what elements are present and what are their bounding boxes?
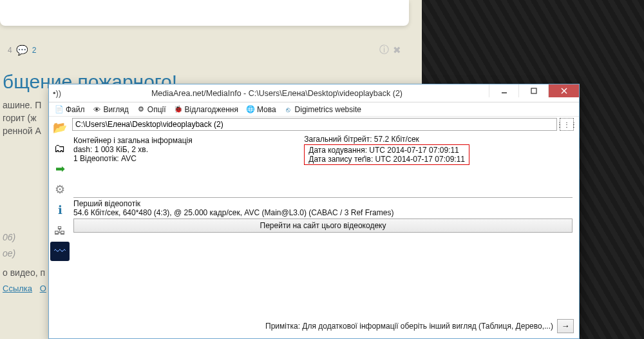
svg-rect-1 [531,88,536,93]
window-title: MediaArea.net/MediaInfo - C:\Users\Елена… [65,89,489,98]
menu-lang[interactable]: 🌐 Мова [243,104,279,115]
overall-bitrate: Загальний бітрейт: 57.2 Кбіт/сек [304,135,469,144]
close-button[interactable] [548,84,579,97]
menu-debug[interactable]: 🐞 Відлагодження [171,104,242,115]
section-header: Контейнер і загальна інформація [73,136,193,145]
menu-label: Мова [257,105,276,114]
footer-note: Примітка: Для додаткової інформації обер… [72,322,553,331]
titlebar[interactable]: •)) MediaArea.net/MediaInfo - C:\Users\Е… [49,84,579,102]
tagged-date: Дата запису теґів: UTC 2014-07-17 07:09:… [308,155,465,164]
waveform-icon[interactable]: 〰 [50,242,70,261]
mediainfo-window: •)) MediaArea.net/MediaInfo - C:\Users\Е… [48,84,580,339]
bug-icon: 🐞 [174,105,183,114]
minimize-button[interactable] [489,84,518,97]
comment-icon: 💬 [16,44,28,56]
browse-button[interactable]: ⋮⋮⋮ [560,118,574,131]
bg-text: ашине. П [0,100,41,110]
codec-website-button[interactable]: Перейти на сайт цього відеокодеку [73,218,573,233]
globe-icon: 🌐 [246,105,255,114]
video-section: Перший відеопотік 54.6 Кбіт/сек, 640*480… [72,191,574,233]
bg-panel [0,0,409,26]
bg-text: горит (ж [0,113,37,123]
menu-file[interactable]: 📄 Файл [52,104,88,115]
about-icon[interactable]: ℹ [50,200,70,220]
menu-label: Відлагодження [185,105,238,114]
maximize-button[interactable] [518,84,548,97]
video-details: 54.6 Кбіт/сек, 640*480 (4:3), @ 25.000 к… [73,208,573,217]
close-icon[interactable]: ✖ [393,44,401,56]
highlighted-dates: Дата кодування: UTC 2014-07-17 07:09:11 … [304,144,469,165]
menu-label: Опції [147,105,166,114]
open-file-icon[interactable]: 📂 [50,118,70,137]
divider [73,197,573,198]
link[interactable]: Ссылка [3,284,32,293]
count-2: 2 [32,46,37,55]
menu-options[interactable]: ⚙ Опції [133,104,169,115]
bg-text: ренной А [0,126,41,136]
export-icon[interactable]: ➡ [50,159,70,179]
change-view-button[interactable]: → [557,319,574,333]
filepath-input[interactable] [72,118,557,131]
settings-icon[interactable]: ⚙ [50,180,70,199]
count-1: 4 [8,46,12,55]
menu-view[interactable]: 👁 Вигляд [90,104,132,115]
file-icon: 📄 [55,105,64,114]
bg-text: о видео, п [0,267,45,278]
info-icon[interactable]: ⓘ [379,44,389,56]
menu-digimetrics[interactable]: ⎋ Digimetrics website [281,104,365,115]
bg-text: 06) [0,232,15,242]
section-header: Перший відеопотік [73,199,573,208]
open-folder-icon[interactable]: 🗂 [50,139,70,158]
menu-label: Файл [66,105,85,114]
encoded-date: Дата кодування: UTC 2014-07-17 07:09:11 [308,146,465,155]
video-stream-count: 1 Відеопотік: AVC [73,154,193,163]
menubar: 📄 Файл 👁 Вигляд ⚙ Опції 🐞 Відлагодження … [49,102,579,117]
bg-links: Ссылка О [0,284,52,293]
menu-label: Digimetrics website [295,105,361,114]
gear-icon: ⚙ [137,105,146,114]
bg-toolbar: 4 💬 2 ⓘ ✖ [0,44,409,56]
view-icon: 👁 [93,105,102,114]
website-icon[interactable]: 🖧 [50,221,70,240]
link-icon: ⎋ [284,105,293,114]
sidebar: 📂 🗂 ➡ ⚙ ℹ 🖧 〰 [49,117,71,338]
container-section: Контейнер і загальна інформація dash: 1 … [72,135,574,165]
app-icon: •)) [49,88,65,98]
link[interactable]: О [40,284,46,293]
bg-text: ое) [0,248,15,258]
container-format: dash: 1 003 КіБ, 2 хв. [73,145,193,154]
menu-label: Вигляд [104,105,129,114]
